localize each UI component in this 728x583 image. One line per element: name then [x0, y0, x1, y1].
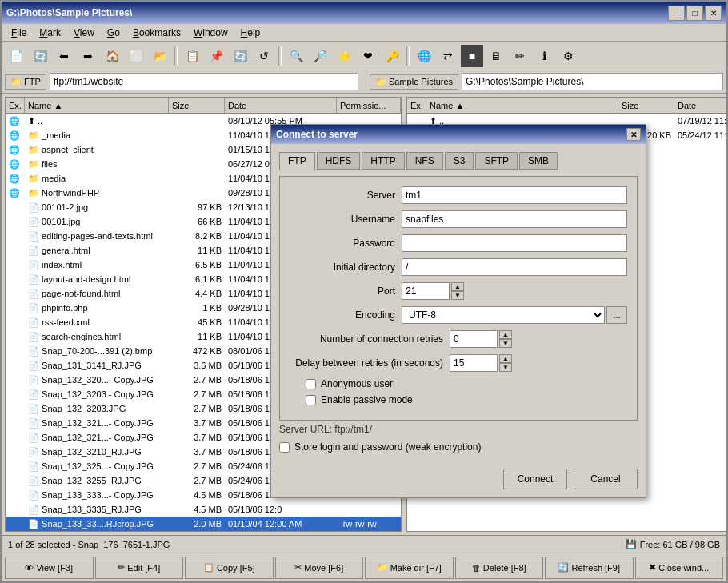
server-input[interactable] [402, 186, 627, 204]
dialog-tab-sftp[interactable]: SFTP [475, 152, 518, 170]
port-row: Port ▲ ▼ [290, 282, 627, 300]
encoding-more-btn[interactable]: ... [606, 306, 627, 324]
passive-checkbox[interactable] [306, 395, 316, 405]
port-label: Port [290, 286, 402, 297]
encoding-dropdown[interactable]: UTF-8 [402, 306, 605, 324]
username-input[interactable] [402, 210, 627, 228]
dialog-tab-hdfs[interactable]: HDFS [317, 152, 361, 170]
encoding-group: UTF-8 ... [402, 306, 627, 324]
passive-row: Enable passive mode [290, 394, 627, 405]
initial-dir-input[interactable] [402, 258, 627, 276]
delay-down-btn[interactable]: ▼ [499, 363, 512, 372]
delay-row: Delay between retries (in seconds) ▲ ▼ [290, 354, 627, 372]
retries-up-btn[interactable]: ▲ [499, 330, 512, 339]
store-login-row: Store login and password (weak encryptio… [279, 441, 638, 453]
port-input[interactable] [402, 282, 450, 300]
initial-dir-row: Initial directory [290, 258, 627, 276]
dialog-close-button[interactable]: ✕ [626, 128, 641, 141]
dialog-tab-http[interactable]: HTTP [362, 152, 404, 170]
cancel-button[interactable]: Cancel [574, 469, 638, 489]
dialog-buttons: Connect Cancel [279, 462, 638, 489]
anonymous-label: Anonymous user [321, 378, 393, 389]
delay-spinner-group: ▲ ▼ [450, 354, 627, 372]
port-spinner-group: ▲ ▼ [402, 282, 627, 300]
port-spinner-btns: ▲ ▼ [451, 282, 464, 300]
tab-content-ftp: Server Username Password Initial directo… [279, 176, 638, 421]
tab-bar: FTPHDFSHTTPNFSS3SFTPSMB [279, 152, 638, 170]
store-login-checkbox[interactable] [279, 442, 290, 453]
retries-down-btn[interactable]: ▼ [499, 339, 512, 348]
port-down-btn[interactable]: ▼ [451, 291, 464, 300]
connect-dialog: Connect to server ✕ FTPHDFSHTTPNFSS3SFTP… [270, 124, 646, 498]
server-row: Server [290, 186, 627, 204]
username-row: Username [290, 210, 627, 228]
retries-label: Number of connection retries [290, 333, 450, 345]
store-login-label: Store login and password (weak encryptio… [294, 441, 481, 453]
encoding-row: Encoding UTF-8 ... [290, 306, 627, 324]
password-label: Password [290, 238, 402, 249]
dialog-tab-s3[interactable]: S3 [445, 152, 474, 170]
retries-spinner-group: ▲ ▼ [450, 330, 627, 348]
delay-input[interactable] [450, 354, 498, 372]
retries-input[interactable] [450, 330, 498, 348]
password-row: Password [290, 234, 627, 252]
dialog-tab-ftp[interactable]: FTP [279, 152, 315, 170]
dialog-content: FTPHDFSHTTPNFSS3SFTPSMB Server Username … [271, 144, 646, 497]
retries-row: Number of connection retries ▲ ▼ [290, 330, 627, 348]
dialog-overlay: Connect to server ✕ FTPHDFSHTTPNFSS3SFTP… [0, 0, 728, 583]
anonymous-row: Anonymous user [290, 378, 627, 389]
server-url: Server URL: ftp://tm1/ [279, 421, 638, 438]
dialog-tab-nfs[interactable]: NFS [406, 152, 443, 170]
username-label: Username [290, 214, 402, 225]
encoding-label: Encoding [290, 309, 402, 321]
connect-button[interactable]: Connect [503, 469, 567, 489]
delay-spinner-btns: ▲ ▼ [499, 354, 512, 372]
password-input[interactable] [402, 234, 627, 252]
passive-label: Enable passive mode [321, 394, 413, 405]
initial-dir-label: Initial directory [290, 262, 402, 273]
delay-label: Delay between retries (in seconds) [290, 357, 450, 369]
port-up-btn[interactable]: ▲ [451, 282, 464, 291]
anonymous-checkbox[interactable] [306, 379, 316, 389]
retries-spinner-btns: ▲ ▼ [499, 330, 512, 348]
delay-up-btn[interactable]: ▲ [499, 354, 512, 363]
dialog-title-bar: Connect to server ✕ [271, 125, 646, 144]
server-label: Server [290, 190, 402, 201]
dialog-tab-smb[interactable]: SMB [519, 152, 558, 170]
dialog-title-text: Connect to server [276, 129, 358, 140]
